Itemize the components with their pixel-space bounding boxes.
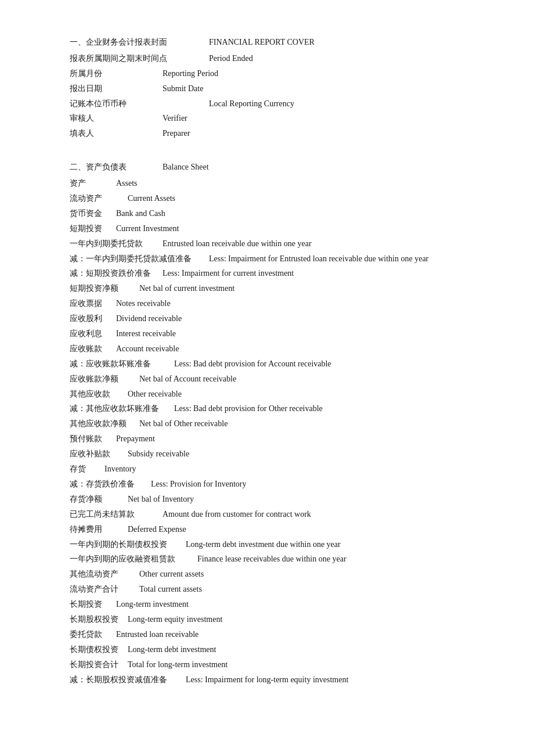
field-submit-date: 报出日期 Submit Date <box>70 81 464 96</box>
line-bank-cash: 货币资金 Bank and Cash <box>70 206 464 221</box>
line-account-receivable: 应收账款 Account receivable <box>70 341 464 357</box>
inventory-en: Inventory <box>104 462 136 477</box>
less-current-impairment-en: Less: Impairment for current investment <box>163 266 294 281</box>
field-local-currency: 记账本位币币种 Local Reporting Currency <box>70 96 464 111</box>
line-less-current-impairment: 减：短期投资跌价准备 Less: Impairment for current … <box>70 266 464 281</box>
less-bad-debt-account-en: Less: Bad debt provision for Account rec… <box>174 357 331 372</box>
current-assets-en: Current Assets <box>128 191 175 206</box>
line-net-inventory: 存货净额 Net bal of Inventory <box>70 492 464 507</box>
less-bad-debt-other-cn: 减：其他应收款坏账准备 <box>70 401 174 416</box>
entrusted-loan-receivable-cn: 委托贷款 <box>70 627 116 642</box>
line-current-investment: 短期投资 Current Investment <box>70 221 464 236</box>
line-other-current-assets: 其他流动资产 Other current assets <box>70 567 464 582</box>
notes-receivable-cn: 应收票据 <box>70 296 116 311</box>
line-notes-receivable: 应收票据 Notes receivable <box>70 296 464 311</box>
local-currency-cn: 记账本位币币种 <box>70 96 209 111</box>
account-receivable-en: Account receivable <box>116 341 179 357</box>
preparer-cn: 填表人 <box>70 126 163 141</box>
assets-en: Assets <box>116 176 138 191</box>
finance-lease-1yr-en: Finance lease receivables due within one… <box>197 552 347 567</box>
lt-equity-investment-en: Long-term equity investment <box>128 612 222 627</box>
line-net-current-investment: 短期投资净额 Net bal of current investment <box>70 281 464 296</box>
other-current-assets-en: Other current assets <box>139 567 204 582</box>
verifier-en: Verifier <box>163 111 187 126</box>
submit-date-cn: 报出日期 <box>70 81 163 96</box>
less-bad-debt-account-cn: 减：应收账款坏账准备 <box>70 357 174 372</box>
section2-title-en: Balance Sheet <box>163 160 209 175</box>
other-receivable-en: Other receivable <box>128 387 182 402</box>
field-preparer: 填表人 Preparer <box>70 126 464 141</box>
line-lt-debt-investment: 长期债权投资 Long-term debt investment <box>70 642 464 657</box>
line-lt-equity-investment: 长期股权投资 Long-term equity investment <box>70 612 464 627</box>
line-entrusted-loan-1yr: 一年内到期委托贷款 Entrusted loan receivable due … <box>70 236 464 251</box>
local-currency-en: Local Reporting Currency <box>209 96 294 111</box>
notes-receivable-en: Notes receivable <box>116 296 171 311</box>
net-current-investment-en: Net bal of current investment <box>139 281 234 296</box>
line-other-receivable: 其他应收款 Other receivable <box>70 387 464 402</box>
inventory-cn: 存货 <box>70 462 104 477</box>
subsidy-receivable-cn: 应收补贴款 <box>70 447 128 462</box>
interest-receivable-en: Interest receivable <box>116 326 176 341</box>
less-current-impairment-cn: 减：短期投资跌价准备 <box>70 266 163 281</box>
net-other-receivable-cn: 其他应收款净额 <box>70 416 139 431</box>
total-current-assets-cn: 流动资产合计 <box>70 582 139 597</box>
line-amount-due-customer: 已完工尚未结算款 Amount due from customer for co… <box>70 507 464 522</box>
total-lt-investment-en: Total for long-term investment <box>128 657 228 672</box>
dividend-receivable-en: Dividend receivable <box>116 311 182 326</box>
period-ended-cn: 报表所属期间之期末时间点 <box>70 51 209 66</box>
section-2: 二、资产负债表 Balance Sheet 资产 Assets 流动资产 Cur… <box>70 160 464 687</box>
deferred-expense-en: Deferred Expense <box>128 522 186 537</box>
submit-date-en: Submit Date <box>163 81 203 96</box>
total-lt-investment-cn: 长期投资合计 <box>70 657 128 672</box>
line-less-lt-equity-impairment: 减：长期股权投资减值准备 Less: Impairment for long-t… <box>70 672 464 687</box>
line-inventory: 存货 Inventory <box>70 462 464 477</box>
line-lt-investment: 长期投资 Long-term investment <box>70 597 464 612</box>
bank-cash-en: Bank and Cash <box>116 206 165 221</box>
field-verifier: 审核人 Verifier <box>70 111 464 126</box>
net-inventory-en: Net bal of Inventory <box>128 492 194 507</box>
line-net-account-receivable: 应收账款净额 Net bal of Account receivable <box>70 372 464 387</box>
section1-title-cn: 一、企业财务会计报表封面 <box>70 35 209 50</box>
line-total-current-assets: 流动资产合计 Total current assets <box>70 582 464 597</box>
line-less-bad-debt-account: 减：应收账款坏账准备 Less: Bad debt provision for … <box>70 357 464 372</box>
other-receivable-cn: 其他应收款 <box>70 387 128 402</box>
prepayment-cn: 预付账款 <box>70 431 116 447</box>
lt-equity-investment-cn: 长期股权投资 <box>70 612 128 627</box>
field-reporting-period: 所属月份 Reporting Period <box>70 66 464 81</box>
assets-cn: 资产 <box>70 176 116 191</box>
financial-report-document: 一、企业财务会计报表封面 FINANCIAL REPORT COVER 报表所属… <box>70 35 464 687</box>
reporting-period-cn: 所属月份 <box>70 66 163 81</box>
interest-receivable-cn: 应收利息 <box>70 326 116 341</box>
lt-investment-cn: 长期投资 <box>70 597 116 612</box>
line-interest-receivable: 应收利息 Interest receivable <box>70 326 464 341</box>
line-deferred-expense: 待摊费用 Deferred Expense <box>70 522 464 537</box>
section2-title-cn: 二、资产负债表 <box>70 160 163 175</box>
line-dividend-receivable: 应收股利 Dividend receivable <box>70 311 464 326</box>
section-1: 一、企业财务会计报表封面 FINANCIAL REPORT COVER 报表所属… <box>70 35 464 141</box>
entrusted-loan-receivable-en: Entrusted loan receivable <box>116 627 199 642</box>
net-other-receivable-en: Net bal of Other receivable <box>139 416 228 431</box>
less-entrusted-impairment-en: Less: Impairment for Entrusted loan rece… <box>209 251 428 267</box>
line-less-bad-debt-other: 减：其他应收款坏账准备 Less: Bad debt provision for… <box>70 401 464 416</box>
lt-debt-investment-en: Long-term debt investment <box>128 642 216 657</box>
line-current-assets: 流动资产 Current Assets <box>70 191 464 206</box>
lt-debt-1yr-en: Long-term debt investment due within one… <box>186 537 341 552</box>
net-inventory-cn: 存货净额 <box>70 492 128 507</box>
less-lt-equity-impairment-en: Less: Impairment for long-term equity in… <box>186 672 348 687</box>
current-assets-cn: 流动资产 <box>70 191 128 206</box>
less-inventory-provision-en: Less: Provision for Inventory <box>151 477 246 492</box>
subsidy-receivable-en: Subsidy receivable <box>128 447 189 462</box>
lt-investment-en: Long-term investment <box>116 597 189 612</box>
less-bad-debt-other-en: Less: Bad debt provision for Other recei… <box>174 401 323 416</box>
less-inventory-provision-cn: 减：存货跌价准备 <box>70 477 151 492</box>
less-entrusted-impairment-cn: 减：一年内到期委托贷款减值准备 <box>70 251 209 267</box>
line-prepayment: 预付账款 Prepayment <box>70 431 464 447</box>
reporting-period-en: Reporting Period <box>163 66 218 81</box>
line-less-inventory-provision: 减：存货跌价准备 Less: Provision for Inventory <box>70 477 464 492</box>
line-less-entrusted-impairment: 减：一年内到期委托贷款减值准备 Less: Impairment for Ent… <box>70 251 464 267</box>
total-current-assets-en: Total current assets <box>139 582 202 597</box>
section2-title: 二、资产负债表 Balance Sheet <box>70 160 464 175</box>
current-investment-cn: 短期投资 <box>70 221 116 236</box>
deferred-expense-cn: 待摊费用 <box>70 522 128 537</box>
lt-debt-1yr-cn: 一年内到期的长期债权投资 <box>70 537 186 552</box>
